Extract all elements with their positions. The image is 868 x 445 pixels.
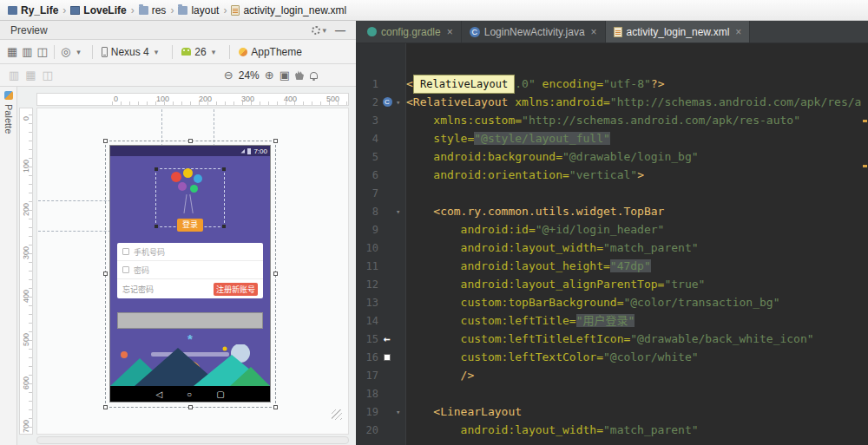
code-line[interactable]: <LinearLayout: [406, 402, 861, 421]
close-tab-icon[interactable]: ×: [735, 26, 741, 38]
code-line[interactable]: style="@style/layout_full": [406, 129, 861, 147]
editor-panel: config.gradle×CLoginNewActivity.java×act…: [356, 21, 868, 445]
fold-marker[interactable]: ▾: [396, 98, 404, 107]
gutter-line[interactable]: 5: [356, 147, 405, 166]
code-line[interactable]: />: [406, 366, 861, 384]
gutter-line[interactable]: 6: [356, 166, 405, 184]
tab-config-gradle[interactable]: config.gradle×: [359, 21, 462, 43]
gutter-line[interactable]: 15←: [356, 330, 405, 348]
gutter-line[interactable]: 12: [356, 275, 405, 293]
zoom-out-icon[interactable]: ⊖: [224, 69, 233, 81]
code-line[interactable]: <com.ry.common.utils.widget.TopBar: [406, 202, 861, 220]
canvas-horizontal-scrollbar[interactable]: [36, 436, 349, 444]
resize-handle[interactable]: [188, 139, 193, 143]
palette-tool-window-tab[interactable]: Palette: [0, 87, 17, 445]
code-token: custom:leftTextColor=: [406, 350, 603, 363]
layout-variant2-icon[interactable]: ▥: [22, 46, 32, 57]
notifications-bell-icon[interactable]: [310, 72, 318, 79]
preview-panel-header: Preview ▾ —: [0, 21, 356, 40]
resize-handle[interactable]: [273, 139, 278, 143]
fold-marker[interactable]: ▾: [396, 207, 404, 216]
fold-marker[interactable]: ▾: [396, 408, 404, 416]
pan-hand-icon[interactable]: [295, 70, 304, 80]
api-selector[interactable]: 26 ▾: [179, 45, 223, 59]
code-token: xmlns:custom=: [406, 114, 522, 127]
breadcrumb-label: LoveLife: [83, 4, 126, 16]
gutter-line[interactable]: 3: [356, 111, 405, 129]
code-line[interactable]: android:layout_height="47dp": [406, 257, 861, 275]
gutter-line[interactable]: 19▾: [356, 402, 405, 421]
gutter-line[interactable]: 20: [356, 421, 405, 439]
code-line[interactable]: custom:topBarBackground="@color/transact…: [406, 293, 861, 311]
resize-handle[interactable]: [273, 272, 278, 276]
resize-handle[interactable]: [273, 405, 278, 409]
hide-panel-button[interactable]: —: [332, 24, 349, 36]
gear-dropdown-icon[interactable]: ▾: [322, 26, 326, 35]
gutter-line[interactable]: 16: [356, 348, 405, 366]
code-line[interactable]: android:background="@drawable/login_bg": [406, 147, 861, 166]
code-line[interactable]: <RelativeLayout xmlns:android="http://sc…: [406, 93, 861, 111]
code-line[interactable]: android:layout_width="match_parent": [406, 421, 861, 439]
code-line[interactable]: android:layout_width="match_parent": [406, 239, 861, 257]
code-line[interactable]: [406, 384, 861, 402]
close-tab-icon[interactable]: ×: [447, 26, 453, 38]
code-line[interactable]: custom:leftTextColor="@color/white": [406, 348, 861, 366]
gutter-line[interactable]: 1: [356, 75, 405, 93]
disabled-tool-icon: ▥: [9, 69, 19, 81]
breadcrumb-item[interactable]: layout: [175, 3, 221, 17]
code-token: style=: [406, 132, 474, 145]
breadcrumb-item[interactable]: Ry_Life: [5, 3, 61, 17]
code-editor[interactable]: RelativeLayout 12C▾345678▾9101112131415←…: [356, 43, 868, 445]
design-canvas[interactable]: Palette 0100200300400500 010020030040050…: [0, 87, 356, 445]
resize-handle[interactable]: [103, 139, 108, 143]
resize-handle[interactable]: [103, 272, 108, 276]
gutter-icon-slot: C: [378, 97, 396, 107]
gear-icon[interactable]: [312, 26, 320, 35]
resize-handle[interactable]: [188, 405, 193, 409]
layout-variant-icon[interactable]: ▦: [7, 46, 17, 57]
zoom-in-icon[interactable]: ⊕: [265, 69, 274, 81]
code-line[interactable]: android:id="@+id/login_header": [406, 220, 861, 239]
code-token: android:layout_width=: [406, 241, 603, 254]
tab-activity-login-new-xml[interactable]: activity_login_new.xml×: [606, 21, 751, 43]
theme-selector[interactable]: AppTheme: [236, 45, 305, 59]
canvas-resize-grip[interactable]: [332, 409, 342, 420]
tab-label: config.gradle: [381, 26, 441, 38]
line-number: 8: [356, 206, 378, 218]
gutter-line[interactable]: 14: [356, 311, 405, 330]
code-line[interactable]: custom:leftTitle="用户登录": [406, 311, 861, 330]
breadcrumb-label: activity_login_new.xml: [243, 4, 346, 16]
code-line[interactable]: [406, 184, 861, 202]
resize-handle[interactable]: [103, 405, 108, 409]
gutter-line[interactable]: 13: [356, 293, 405, 311]
editor-error-stripe[interactable]: [861, 43, 868, 445]
gutter-line[interactable]: 4: [356, 129, 405, 147]
breadcrumb-label: layout: [191, 4, 219, 16]
gutter-line[interactable]: 7: [356, 184, 405, 202]
device-icon: [102, 47, 108, 57]
tab-loginnewactivity-java[interactable]: CLoginNewActivity.java×: [462, 21, 606, 43]
gutter-line[interactable]: 8▾: [356, 202, 405, 220]
editor-code-area[interactable]: <?xml version="1.0" encoding="utf-8"?><R…: [406, 43, 861, 445]
zoom-fit-icon[interactable]: ▣: [279, 69, 290, 81]
code-line[interactable]: android:orientation="vertical">: [406, 166, 861, 184]
close-tab-icon[interactable]: ×: [591, 26, 597, 38]
gutter-line[interactable]: 17: [356, 366, 405, 384]
ruler-label: 500: [22, 333, 30, 346]
gutter-line[interactable]: 11: [356, 257, 405, 275]
preview-title: Preview: [10, 24, 48, 36]
layout-variant3-icon[interactable]: ◫: [37, 46, 48, 57]
code-line[interactable]: xmlns:custom="http://schemas.android.com…: [406, 111, 861, 129]
device-selector[interactable]: Nexus 4 ▾: [99, 45, 167, 59]
code-line[interactable]: android:layout_alignParentTop="true": [406, 275, 861, 293]
code-line[interactable]: custom:leftTitleLeftIcon="@drawable/back…: [406, 330, 861, 348]
breadcrumb-item[interactable]: LoveLife: [68, 3, 128, 17]
gutter-line[interactable]: 10: [356, 239, 405, 257]
design-surface-icon[interactable]: ◎: [61, 46, 70, 57]
breadcrumb-item[interactable]: activity_login_new.xml: [228, 3, 349, 17]
gutter-line[interactable]: 18: [356, 384, 405, 402]
gutter-line[interactable]: 9: [356, 220, 405, 239]
gutter-line[interactable]: 2C▾: [356, 93, 405, 111]
breadcrumb-item[interactable]: res: [136, 3, 169, 17]
design-dropdown-icon[interactable]: ▾: [76, 48, 81, 56]
